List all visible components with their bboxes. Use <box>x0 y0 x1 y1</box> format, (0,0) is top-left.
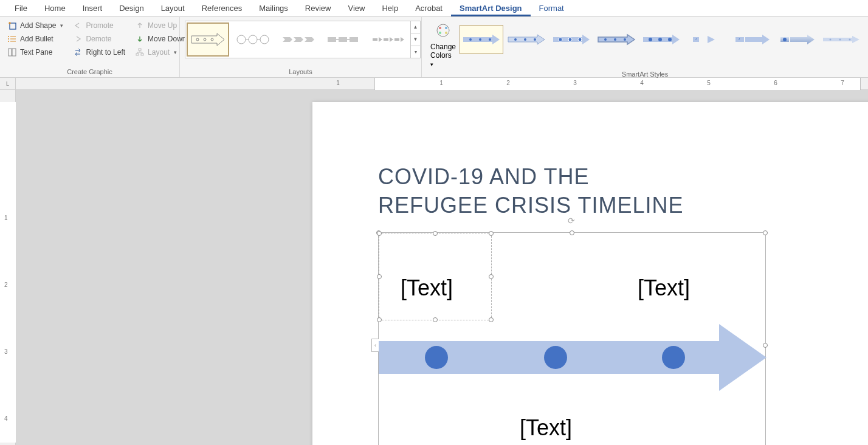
svg-point-62 <box>849 39 851 41</box>
tab-file[interactable]: File <box>6 0 36 16</box>
promote-button[interactable]: Promote <box>71 19 128 32</box>
resize-handle[interactable] <box>489 231 494 236</box>
layouts-scroll-down[interactable]: ▼ <box>411 33 420 46</box>
svg-point-35 <box>439 27 441 29</box>
svg-point-45 <box>559 38 562 41</box>
svg-rect-27 <box>339 37 347 42</box>
ruler-mark: 1 <box>336 80 340 86</box>
tab-mailings[interactable]: Mailings <box>250 0 297 16</box>
timeline-node[interactable] <box>662 346 685 369</box>
timeline-text-placeholder[interactable]: [Text] <box>520 415 572 441</box>
ruler-corner[interactable]: L <box>0 78 16 90</box>
layout-thumb-3[interactable] <box>277 22 319 57</box>
layout-thumb-5[interactable] <box>367 22 409 57</box>
timeline-node[interactable] <box>544 346 567 369</box>
document-page[interactable]: COVID-19 AND THE REFUGEE CRISIS TIMELINE… <box>312 102 868 445</box>
resize-handle[interactable] <box>763 230 768 235</box>
svg-point-44 <box>534 38 536 41</box>
tab-design[interactable]: Design <box>111 0 152 16</box>
group-create-graphic: Add Shape Add Bullet Text Pane <box>0 17 180 77</box>
style-thumb-7[interactable]: ‹ <box>729 25 773 54</box>
rotate-handle-icon[interactable]: ⟳ <box>568 216 576 224</box>
add-bullet-label: Add Bullet <box>20 35 53 43</box>
styles-gallery: ‹ ‹ <box>460 21 863 58</box>
resize-handle[interactable] <box>489 317 494 322</box>
smartart-selection-frame[interactable]: ⟳ ‹ <box>378 232 766 445</box>
ruler-mark: 5 <box>707 80 711 86</box>
tab-acrobat[interactable]: Acrobat <box>407 0 451 16</box>
tab-smartart-design[interactable]: SmartArt Design <box>451 0 531 16</box>
style-thumb-8[interactable] <box>774 25 818 54</box>
timeline-text-placeholder[interactable]: [Text] <box>638 275 690 301</box>
tab-format[interactable]: Format <box>531 0 573 16</box>
page-title-line2[interactable]: REFUGEE CRISIS TIMELINE <box>378 191 683 220</box>
move-up-label: Move Up <box>148 21 177 30</box>
layout-thumb-4[interactable] <box>322 22 364 57</box>
ruler-mark: 4 <box>640 80 644 86</box>
demote-icon <box>73 34 83 44</box>
tab-review[interactable]: Review <box>297 0 340 16</box>
style-thumb-4[interactable] <box>594 25 638 54</box>
layouts-scroll-up[interactable]: ▲ <box>411 21 420 33</box>
svg-point-43 <box>524 38 526 41</box>
svg-point-20 <box>211 38 213 41</box>
tab-references[interactable]: References <box>193 0 250 16</box>
layout-dropdown-label: Layout <box>148 48 170 57</box>
demote-label: Demote <box>86 35 111 43</box>
vertical-ruler[interactable]: 1 2 3 4 <box>0 90 16 445</box>
horizontal-ruler[interactable]: 1 1 2 3 4 5 6 7 <box>16 78 868 89</box>
svg-rect-13 <box>141 53 143 55</box>
right-to-left-button[interactable]: Right to Left <box>71 46 128 58</box>
resize-handle[interactable] <box>570 230 574 235</box>
text-pane-button[interactable]: Text Pane <box>5 46 66 58</box>
resize-handle[interactable] <box>377 231 382 236</box>
timeline-node[interactable] <box>425 346 448 369</box>
svg-rect-26 <box>328 37 336 42</box>
svg-point-19 <box>204 38 206 41</box>
svg-rect-32 <box>384 38 388 41</box>
tab-help[interactable]: Help <box>373 0 407 16</box>
style-thumb-9[interactable] <box>819 25 863 54</box>
layout-thumb-2[interactable] <box>232 22 274 57</box>
timeline-text-placeholder[interactable]: [Text] <box>401 275 453 301</box>
tab-home[interactable]: Home <box>36 0 74 16</box>
svg-rect-10 <box>12 49 16 56</box>
document-canvas[interactable]: COVID-19 AND THE REFUGEE CRISIS TIMELINE… <box>16 90 868 445</box>
ribbon: Add Shape Add Bullet Text Pane <box>0 17 868 78</box>
ruler-mark: 1 <box>4 215 8 221</box>
resize-handle[interactable] <box>433 317 438 322</box>
svg-point-8 <box>8 41 9 42</box>
ruler-mark: 4 <box>4 415 8 422</box>
resize-handle[interactable] <box>377 317 382 322</box>
tab-layout[interactable]: Layout <box>153 0 193 16</box>
tab-view[interactable]: View <box>339 0 373 16</box>
style-thumb-6[interactable]: ‹ <box>684 25 728 54</box>
layouts-scroll-more[interactable]: ▾ <box>411 46 420 58</box>
add-bullet-button[interactable]: Add Bullet <box>5 33 66 45</box>
svg-point-23 <box>260 35 269 44</box>
style-thumb-1[interactable] <box>460 25 503 54</box>
svg-point-21 <box>237 35 246 44</box>
style-thumb-3[interactable] <box>549 25 593 54</box>
move-down-icon <box>135 34 145 44</box>
page-title-line1[interactable]: COVID-19 AND THE <box>378 163 683 191</box>
svg-point-46 <box>568 38 572 41</box>
svg-point-53 <box>668 38 672 41</box>
svg-point-7 <box>8 38 9 40</box>
change-colors-button[interactable]: Change Colors ▾ <box>427 19 460 71</box>
ruler-mark: 1 <box>439 80 443 86</box>
tab-insert[interactable]: Insert <box>74 0 111 16</box>
add-shape-button[interactable]: Add Shape <box>5 19 66 32</box>
resize-handle[interactable] <box>489 274 494 279</box>
layout-thumb-1[interactable] <box>187 22 229 57</box>
svg-point-48 <box>604 38 607 41</box>
svg-point-6 <box>8 36 9 37</box>
style-thumb-2[interactable] <box>505 25 548 54</box>
demote-button[interactable]: Demote <box>71 33 128 45</box>
resize-handle[interactable] <box>433 231 438 236</box>
resize-handle[interactable] <box>377 274 382 279</box>
promote-label: Promote <box>86 21 113 30</box>
text-pane-toggle[interactable]: ‹ <box>371 339 379 352</box>
style-thumb-5[interactable] <box>639 25 683 54</box>
ribbon-tabs: File Home Insert Design Layout Reference… <box>0 0 868 17</box>
